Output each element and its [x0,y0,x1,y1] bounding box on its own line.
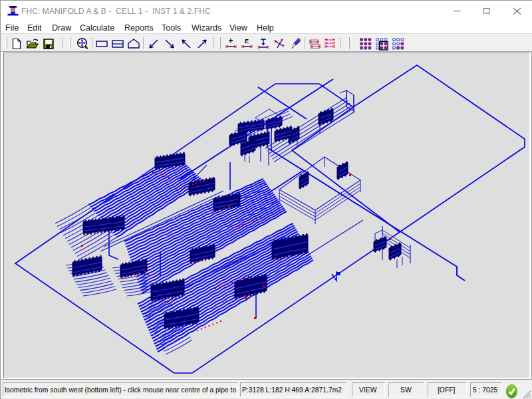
svg-text:E: E [245,38,249,45]
